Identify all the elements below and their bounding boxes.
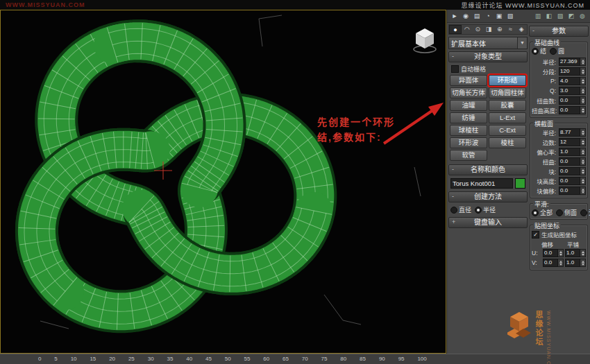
rollout-keyboard-entry[interactable]: + 键盘输入 xyxy=(448,217,528,228)
spinner-arrows[interactable] xyxy=(580,77,586,85)
spinner-arrows[interactable] xyxy=(580,167,586,175)
cross-section-spinner-3[interactable]: 1.0 xyxy=(559,148,586,156)
spinner-arrows[interactable] xyxy=(580,259,586,267)
subcategory-shapes-icon[interactable]: ◠ xyxy=(462,25,473,34)
base-curve-radio-1[interactable]: 结 xyxy=(532,46,546,55)
tab-modify-icon[interactable]: ◉ xyxy=(460,12,471,21)
subcategory-space-warps-icon[interactable]: ≈ xyxy=(505,25,516,34)
cross-section-spinner-6[interactable]: 0.0 xyxy=(559,177,586,185)
toolbar-icon-4[interactable]: ◩ xyxy=(566,12,577,21)
cross-section-row-7: 块偏移:0.0 xyxy=(532,186,586,196)
cross-section-spinner-7[interactable]: 0.0 xyxy=(559,187,586,195)
rollout-creation-method[interactable]: - 创建方法 xyxy=(448,191,528,202)
generate-mapping-checkbox[interactable]: ✓ xyxy=(532,231,539,239)
objtype-button-11[interactable]: 环形波 xyxy=(450,137,487,148)
cross-section-spinner-2[interactable]: 12 xyxy=(559,138,586,146)
subcategory-helpers-icon[interactable]: ⊕ xyxy=(494,25,505,34)
creation-method-radio-2[interactable]: 半径 xyxy=(475,205,496,214)
objtype-button-5[interactable]: 油罐 xyxy=(450,100,487,111)
base-curve-radio-2[interactable]: 圆 xyxy=(550,46,564,55)
objtype-button-7[interactable]: 纺锤 xyxy=(450,112,487,123)
chevron-down-icon[interactable]: ▼ xyxy=(517,37,527,49)
subcategory-cameras-icon[interactable]: ◨ xyxy=(483,25,494,34)
base-curve-spinner-1[interactable]: 27.369 xyxy=(559,58,586,66)
tab-hierarchy-icon[interactable]: ▤ xyxy=(471,12,482,21)
grid-corner-lines xyxy=(40,15,421,329)
toolbar-icon-3[interactable]: ▨ xyxy=(555,12,566,21)
objtype-button-9[interactable]: 球棱柱 xyxy=(450,125,487,136)
site-logo: 思缘论坛 WWW.MISSYUAN.COM xyxy=(507,311,551,364)
frame-label: 80 xyxy=(340,356,346,362)
tab-display-icon[interactable]: ▣ xyxy=(494,12,505,21)
mapping-tiling-spinner-2[interactable]: 1.0 xyxy=(565,259,586,267)
perspective-viewport[interactable]: 先创建一个环形 结,参数如下: xyxy=(0,10,446,354)
base-curve-spinner-5[interactable]: 0.0 xyxy=(559,96,586,105)
base-curve-spinner-4[interactable]: 3.0 xyxy=(559,87,586,95)
spinner-arrows[interactable] xyxy=(580,67,586,76)
smooth-radio-3[interactable]: 无 xyxy=(580,208,590,217)
objtype-button-1[interactable]: 异面体 xyxy=(450,75,487,86)
smooth-radio-2[interactable]: 侧面 xyxy=(556,208,577,217)
toolbar-icon-5[interactable]: ◍ xyxy=(577,12,588,21)
objtype-button-2[interactable]: 环形结 xyxy=(489,75,526,86)
cross-section-row-6: 块高度:0.0 xyxy=(532,176,586,186)
smooth-radio-1[interactable]: 全部 xyxy=(532,208,553,217)
spinner-arrows[interactable] xyxy=(580,128,586,137)
subcategory-systems-icon[interactable]: ◈ xyxy=(516,25,527,34)
radio-icon xyxy=(532,209,539,216)
spinner-arrows[interactable] xyxy=(580,177,586,185)
objtype-button-4[interactable]: 切角圆柱体 xyxy=(489,87,526,98)
base-curve-spinner-2[interactable]: 120 xyxy=(559,67,586,76)
tab-create-icon[interactable]: ► xyxy=(449,12,460,21)
subcategory-geometry-icon[interactable]: ● xyxy=(449,25,462,34)
group-base-curve: 基础曲线 结圆 半径:27.369分段:120P:4.0Q:3.0扭曲数:0.0… xyxy=(530,42,588,118)
frame-label: 55 xyxy=(244,356,251,362)
rollout-marker: - xyxy=(452,52,454,61)
spinner-arrows[interactable] xyxy=(580,249,586,257)
autogrid-checkbox[interactable] xyxy=(451,65,459,73)
cross-section-fields: 半径:8.77边数:12偏心率:1.0扭曲:0.0块:0.0块高度:0.0块偏移… xyxy=(532,128,586,196)
frame-label: 50 xyxy=(225,356,231,362)
mapping-tiling-spinner-1[interactable]: 1.0 xyxy=(565,249,586,257)
tab-utilities-icon[interactable]: ▧ xyxy=(505,12,516,21)
objtype-button-6[interactable]: 胶囊 xyxy=(489,100,526,111)
category-dropdown[interactable]: 扩展基本体 ▼ xyxy=(448,37,528,49)
view-cube[interactable] xyxy=(412,26,437,59)
spinner-arrows[interactable] xyxy=(580,138,586,146)
base-curve-spinner-6[interactable]: 0.0 xyxy=(559,106,586,114)
spinner-arrows[interactable] xyxy=(580,187,586,195)
object-color-swatch[interactable] xyxy=(515,178,525,189)
objtype-button-3[interactable]: 切角长方体 xyxy=(450,87,487,98)
tab-motion-icon[interactable]: ◔ xyxy=(482,12,494,21)
cross-section-spinner-1[interactable]: 8.77 xyxy=(559,128,586,137)
spinner-arrows[interactable] xyxy=(580,157,586,166)
rollout-object-type[interactable]: - 对象类型 xyxy=(448,51,528,62)
spinner-arrows[interactable] xyxy=(580,58,586,66)
mapping-offset-spinner-2[interactable]: 0.0 xyxy=(543,259,564,267)
toolbar-icon-2[interactable]: ◧ xyxy=(543,12,555,21)
spinner-arrows[interactable] xyxy=(558,259,564,267)
object-name-field[interactable]: Torus Knot001 xyxy=(450,178,513,189)
spinner-arrows[interactable] xyxy=(558,249,564,257)
spinner-arrows[interactable] xyxy=(580,87,586,95)
base-curve-spinner-3[interactable]: 4.0 xyxy=(559,77,586,85)
objtype-button-12[interactable]: 棱柱 xyxy=(489,137,526,148)
rollout-parameters[interactable]: - 参数 xyxy=(529,26,589,37)
objtype-button-10[interactable]: C-Ext xyxy=(489,125,526,136)
group-cross-section: 横截面 半径:8.77边数:12偏心率:1.0扭曲:0.0块:0.0块高度:0.… xyxy=(530,123,588,198)
spinner-arrows[interactable] xyxy=(580,148,586,156)
spinner-arrows[interactable] xyxy=(580,106,586,114)
toolbar-icon-1[interactable]: ▥ xyxy=(532,12,543,21)
track-bar[interactable]: 0510152025303540455055606570758085909510… xyxy=(0,354,590,364)
creation-method-radio-1[interactable]: 直径 xyxy=(450,205,471,214)
cross-section-spinner-4[interactable]: 0.0 xyxy=(559,157,586,166)
mapping-offset-spinner-1[interactable]: 0.0 xyxy=(543,249,564,257)
frame-label: 70 xyxy=(302,356,308,362)
rollout-name-color[interactable]: - 名称和颜色 xyxy=(448,164,528,175)
objtype-button-13[interactable]: 软管 xyxy=(450,150,487,161)
objtype-button-8[interactable]: L-Ext xyxy=(489,112,526,123)
subcategory-lights-icon[interactable]: ⊙ xyxy=(472,25,483,34)
frame-label: 20 xyxy=(109,356,115,362)
spinner-arrows[interactable] xyxy=(580,96,586,105)
cross-section-spinner-5[interactable]: 0.0 xyxy=(559,167,586,175)
